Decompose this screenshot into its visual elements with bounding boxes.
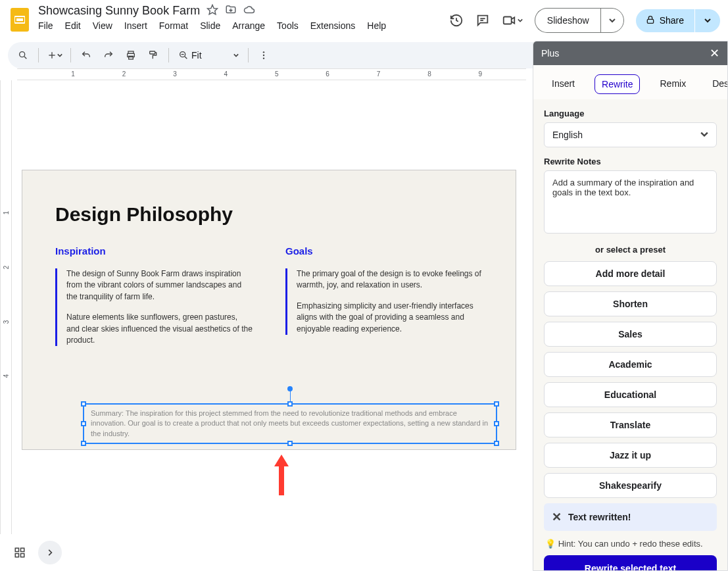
move-folder-icon[interactable] [225,4,237,18]
svg-point-21 [262,51,264,53]
preset-educational[interactable]: Educational [544,382,717,407]
svg-rect-29 [21,554,24,557]
preset-academic[interactable]: Academic [544,352,717,377]
dismiss-banner-icon[interactable]: ✕ [552,510,562,524]
tab-design[interactable]: Design [706,74,728,94]
svg-rect-8 [504,17,512,24]
share-dropdown[interactable] [695,9,720,32]
resize-handle[interactable] [81,421,86,426]
hint-text: 💡 Hint: You can undo + redo these edits. [545,539,716,549]
lock-icon [645,14,656,27]
tab-remix[interactable]: Remix [653,74,692,94]
present-camera-icon[interactable] [502,13,523,28]
rotation-handle[interactable] [287,386,293,391]
col2-body[interactable]: The primary goal of the design is to evo… [285,268,483,335]
menu-arrange[interactable]: Arrange [232,20,265,31]
menu-help[interactable]: Help [367,20,386,31]
language-select[interactable]: English [544,122,717,147]
document-title[interactable]: Showcasing Sunny Book Farm [38,4,200,18]
print-icon[interactable] [121,45,141,65]
col1-body[interactable]: The design of Sunny Book Farm draws insp… [55,268,253,346]
menu-extensions[interactable]: Extensions [310,20,355,31]
menu-bar: File Edit View Insert Format Slide Arran… [38,20,449,31]
undo-icon[interactable] [76,45,96,65]
close-icon[interactable]: ✕ [710,46,719,61]
slideshow-dropdown[interactable] [600,8,624,33]
selected-textbox[interactable]: Summary: The inspiration for this projec… [83,403,497,444]
tab-insert[interactable]: Insert [545,74,581,94]
preset-add-more-detail[interactable]: Add more detail [544,261,717,286]
menu-tools[interactable]: Tools [277,20,299,31]
panel-title: Plus [541,48,559,59]
comment-icon[interactable] [475,13,490,28]
menu-edit[interactable]: Edit [65,20,81,31]
col1-heading[interactable]: Inspiration [55,245,253,257]
chevron-down-icon [700,130,708,140]
redo-icon[interactable] [99,45,118,65]
workspace: 1 2 3 4 5 6 7 8 9 1 2 3 4 Design Philoso… [0,68,533,571]
slides-logo-icon[interactable] [8,8,32,32]
resize-handle[interactable] [494,401,499,407]
preset-translate[interactable]: Translate [544,412,717,437]
svg-rect-28 [15,554,18,557]
resize-handle[interactable] [494,441,499,446]
canvas[interactable]: Design Philosophy Inspiration The design… [17,86,526,534]
slideshow-button[interactable]: Slideshow [535,8,601,33]
preset-shorten[interactable]: Shorten [544,291,717,316]
more-tools-icon[interactable] [254,45,274,65]
rewrite-selected-button[interactable]: Rewrite selected text [544,555,717,570]
lightbulb-icon: 💡 [545,539,556,549]
svg-rect-17 [150,51,155,54]
preset-shakespearify[interactable]: Shakespearify [544,473,717,498]
search-menus-icon[interactable] [13,45,33,65]
ruler-horizontal[interactable]: 1 2 3 4 5 6 7 8 9 [17,68,526,80]
language-value: English [552,130,583,140]
preset-sales[interactable]: Sales [544,322,717,347]
star-icon[interactable] [206,4,218,18]
share-label: Share [660,15,684,26]
resize-handle[interactable] [81,441,86,446]
new-slide-button[interactable] [44,45,65,65]
svg-point-22 [262,55,264,56]
svg-line-19 [185,57,187,59]
menu-insert[interactable]: Insert [124,20,147,31]
paint-format-icon[interactable] [143,45,163,65]
panel-header: Plus ✕ [533,41,727,65]
cloud-status-icon[interactable] [243,4,255,18]
menu-view[interactable]: View [93,20,112,31]
menu-file[interactable]: File [38,20,53,31]
slide-title[interactable]: Design Philosophy [55,203,483,226]
preset-caption: or select a preset [544,245,717,255]
col2-heading[interactable]: Goals [285,245,483,257]
menu-format[interactable]: Format [159,20,188,31]
annotation-arrow-icon [270,452,293,498]
summary-text: Summary: The inspiration for this projec… [91,409,488,437]
share-button[interactable]: Share [636,9,694,32]
resize-handle[interactable] [81,401,86,407]
preset-jazz-it-up[interactable]: Jazz it up [544,443,717,468]
plus-panel: Plus ✕ Insert Rewrite Remix Design Langu… [533,41,728,571]
svg-point-10 [20,52,25,57]
zoom-value: Fit [191,50,202,61]
history-icon[interactable] [449,13,464,28]
open-filmstrip-icon[interactable] [38,541,62,564]
ruler-vertical[interactable]: 1 2 3 4 [0,80,12,534]
language-label: Language [544,109,717,118]
zoom-control[interactable]: Fit [174,50,243,61]
tab-rewrite[interactable]: Rewrite [595,74,640,94]
rewrite-notes-input[interactable] [544,170,717,234]
grid-view-icon[interactable] [8,541,32,564]
resize-handle[interactable] [287,441,293,446]
slide[interactable]: Design Philosophy Inspiration The design… [22,170,516,450]
svg-rect-9 [647,19,653,23]
resize-handle[interactable] [287,401,293,407]
svg-rect-26 [15,548,18,551]
notes-label: Rewrite Notes [544,157,717,166]
menu-slide[interactable]: Slide [200,20,220,31]
resize-handle[interactable] [494,421,499,426]
banner-text: Text rewritten! [568,512,631,522]
app-header: Showcasing Sunny Book Farm File Edit Vie… [0,0,728,39]
status-banner: ✕ Text rewritten! [544,503,717,531]
svg-marker-5 [208,5,218,14]
bottom-controls [8,541,62,564]
